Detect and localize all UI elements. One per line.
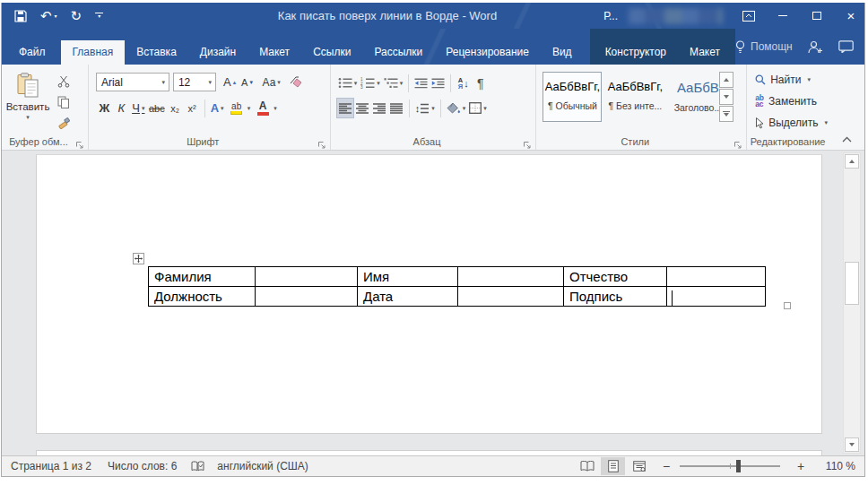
- tab-design[interactable]: Дизайн: [188, 40, 247, 65]
- show-hide-marks-button[interactable]: ¶: [472, 73, 489, 93]
- table-cell[interactable]: [256, 287, 358, 307]
- text-effects-button[interactable]: А: [209, 98, 226, 118]
- superscript-button[interactable]: x²: [184, 98, 201, 118]
- tab-home[interactable]: Главная: [61, 40, 126, 65]
- font-dialog-launcher[interactable]: [317, 137, 326, 146]
- numbering-button[interactable]: 1 2 3: [359, 73, 382, 93]
- save-button[interactable]: [14, 10, 27, 22]
- zoom-out-button[interactable]: −: [658, 459, 674, 473]
- table-move-handle[interactable]: [133, 253, 144, 264]
- next-page-top-edge[interactable]: [36, 450, 822, 455]
- word-count[interactable]: Число слов: 6: [108, 460, 177, 472]
- tab-insert[interactable]: Вставка: [125, 40, 188, 65]
- tab-table-design[interactable]: Конструктор: [594, 40, 678, 65]
- clear-formatting-button[interactable]: [288, 72, 305, 92]
- increase-indent-button[interactable]: [430, 73, 447, 93]
- zoom-in-button[interactable]: +: [793, 459, 809, 473]
- share-button[interactable]: [808, 40, 823, 54]
- tab-mailings[interactable]: Рассылки: [362, 40, 434, 65]
- line-spacing-button[interactable]: ↕: [413, 98, 437, 118]
- shrink-font-button[interactable]: А▼: [239, 72, 256, 92]
- minimize-button[interactable]: [769, 3, 796, 29]
- find-button[interactable]: Найти: [755, 74, 811, 86]
- copy-button[interactable]: [52, 93, 75, 111]
- clipboard-dialog-launcher[interactable]: [75, 137, 84, 146]
- tell-me-button[interactable]: Помощн: [735, 40, 793, 54]
- align-right-button[interactable]: [371, 98, 388, 118]
- table-cell[interactable]: [458, 287, 564, 307]
- shading-button[interactable]: [445, 98, 468, 118]
- language-indicator[interactable]: английский (США): [217, 460, 308, 472]
- customize-qat-button[interactable]: [95, 13, 103, 19]
- underline-button[interactable]: Ч: [130, 98, 147, 118]
- table-cell-patronymic[interactable]: Отчество: [564, 267, 667, 287]
- table-cell-date[interactable]: Дата: [358, 287, 458, 307]
- document-page[interactable]: Фамилия Имя Отчество Должность Дата Подп…: [36, 154, 822, 434]
- tab-layout[interactable]: Макет: [247, 40, 301, 65]
- redo-button[interactable]: ↻: [71, 9, 82, 22]
- scroll-down-button[interactable]: [845, 437, 859, 452]
- close-button[interactable]: ×: [838, 3, 864, 29]
- borders-button[interactable]: [467, 98, 489, 118]
- style-no-spacing[interactable]: АаБбВвГг, ¶ Без инте...: [605, 72, 664, 122]
- table-cell-firstname[interactable]: Имя: [358, 267, 458, 287]
- italic-button[interactable]: К: [113, 98, 130, 118]
- style-normal[interactable]: АаБбВвГг, ¶ Обычный: [542, 72, 602, 122]
- table-cell[interactable]: [667, 267, 766, 287]
- align-left-button[interactable]: [336, 98, 354, 118]
- decrease-indent-button[interactable]: [412, 73, 430, 93]
- tab-references[interactable]: Ссылки: [301, 40, 362, 65]
- zoom-level[interactable]: 110 %: [814, 460, 855, 472]
- table-cell[interactable]: [458, 267, 564, 287]
- table-cell-signature[interactable]: Подпись: [564, 287, 667, 307]
- account-name-redacted[interactable]: [629, 8, 723, 24]
- ribbon-display-options-button[interactable]: [735, 3, 762, 29]
- zoom-slider[interactable]: [680, 465, 780, 467]
- document-table[interactable]: Фамилия Имя Отчество Должность Дата Подп…: [148, 266, 766, 307]
- vertical-scrollbar[interactable]: [843, 152, 861, 454]
- feedback-button[interactable]: [838, 40, 854, 53]
- print-layout-button[interactable]: [601, 457, 625, 475]
- table-cell[interactable]: [256, 267, 358, 287]
- justify-button[interactable]: [388, 98, 405, 118]
- bold-button[interactable]: Ж: [96, 98, 113, 118]
- select-button[interactable]: Выделить: [755, 117, 828, 129]
- format-painter-button[interactable]: [52, 114, 75, 132]
- styles-scroll-up-button[interactable]: [719, 72, 733, 88]
- web-layout-button[interactable]: [627, 457, 651, 475]
- proofing-status-button[interactable]: [191, 461, 204, 472]
- highlight-color-button[interactable]: ab: [226, 98, 253, 118]
- collapse-ribbon-button[interactable]: [842, 135, 852, 144]
- font-size-select[interactable]: 12: [173, 73, 216, 91]
- styles-scroll-down-button[interactable]: [719, 89, 733, 105]
- grow-font-button[interactable]: А▲: [221, 72, 239, 92]
- table-cell-lastname[interactable]: Фамилия: [149, 267, 256, 287]
- replace-button[interactable]: ab ac Заменить: [755, 95, 817, 108]
- scroll-up-button[interactable]: [845, 154, 859, 169]
- cut-button[interactable]: [52, 73, 75, 91]
- font-family-select[interactable]: Arial: [96, 73, 169, 91]
- paste-button[interactable]: Вставить: [7, 70, 48, 140]
- account-name[interactable]: Р...: [603, 10, 618, 22]
- align-center-button[interactable]: [354, 98, 371, 118]
- paragraph-dialog-launcher[interactable]: [523, 137, 532, 146]
- maximize-button[interactable]: [803, 3, 830, 29]
- tab-file[interactable]: Файл: [4, 40, 61, 65]
- bullets-button[interactable]: [336, 73, 360, 93]
- table-cell-position[interactable]: Должность: [149, 287, 256, 307]
- undo-button[interactable]: ↶: [40, 9, 57, 22]
- table-resize-handle[interactable]: [784, 302, 791, 309]
- scrollbar-thumb[interactable]: [845, 262, 859, 305]
- multilevel-list-button[interactable]: [382, 73, 405, 93]
- styles-dialog-launcher[interactable]: [733, 137, 742, 146]
- table-cell[interactable]: [667, 287, 766, 307]
- page-indicator[interactable]: Страница 1 из 2: [11, 460, 91, 472]
- styles-more-button[interactable]: [719, 106, 733, 122]
- subscript-button[interactable]: x₂: [167, 98, 184, 118]
- tab-review[interactable]: Рецензирование: [434, 40, 541, 65]
- sort-button[interactable]: АЯ ↓: [455, 73, 472, 93]
- tab-table-layout[interactable]: Макет: [678, 40, 732, 65]
- tab-view[interactable]: Вид: [541, 40, 584, 65]
- font-color-button[interactable]: А: [252, 98, 279, 118]
- read-mode-button[interactable]: [575, 457, 599, 475]
